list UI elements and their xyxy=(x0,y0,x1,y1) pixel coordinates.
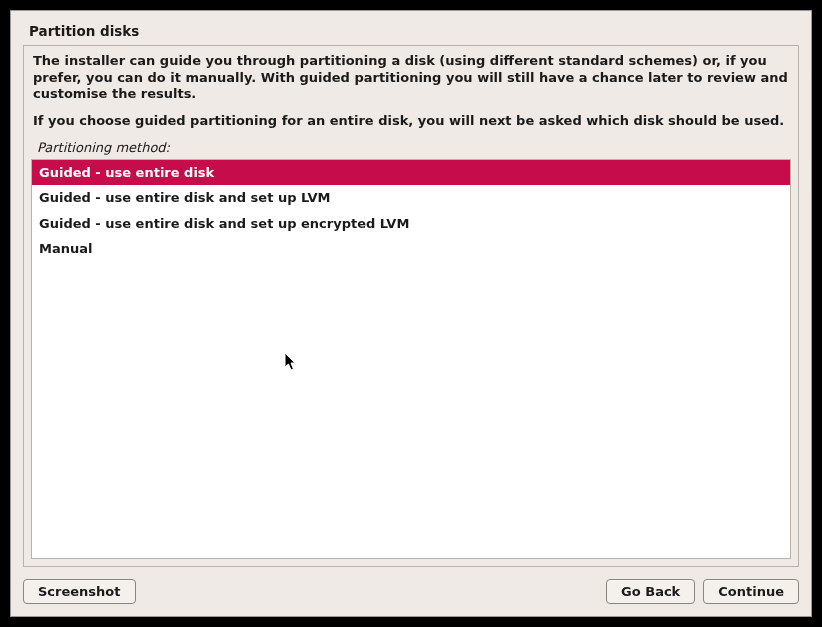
intro-text: The installer can guide you through part… xyxy=(31,53,791,140)
screenshot-button[interactable]: Screenshot xyxy=(23,579,136,604)
partition-method-list[interactable]: Guided - use entire diskGuided - use ent… xyxy=(31,159,791,560)
go-back-button[interactable]: Go Back xyxy=(606,579,695,604)
continue-button[interactable]: Continue xyxy=(703,579,799,604)
installer-window: Partition disks The installer can guide … xyxy=(10,10,812,617)
content-area: The installer can guide you through part… xyxy=(11,45,811,567)
footer-bar: Screenshot Go Back Continue xyxy=(11,567,811,616)
intro-paragraph-1: The installer can guide you through part… xyxy=(33,53,789,103)
partition-option[interactable]: Guided - use entire disk and set up encr… xyxy=(32,211,790,237)
title-area: Partition disks xyxy=(11,11,811,45)
page-title: Partition disks xyxy=(29,23,793,39)
main-panel: The installer can guide you through part… xyxy=(23,45,799,567)
partition-option[interactable]: Manual xyxy=(32,236,790,262)
partition-option[interactable]: Guided - use entire disk and set up LVM xyxy=(32,185,790,211)
intro-paragraph-2: If you choose guided partitioning for an… xyxy=(33,113,789,130)
method-label: Partitioning method: xyxy=(31,140,791,159)
partition-option[interactable]: Guided - use entire disk xyxy=(32,160,790,186)
